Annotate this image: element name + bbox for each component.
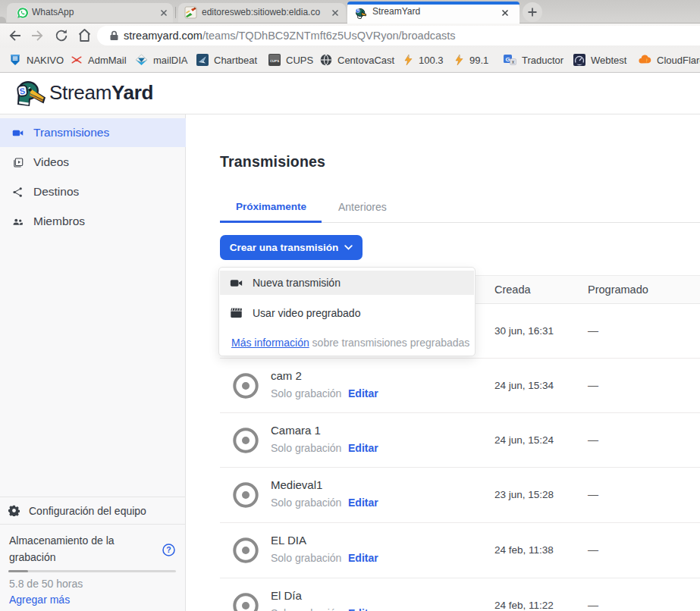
svg-text:?: ? — [166, 545, 171, 554]
svg-text:x: x — [512, 59, 515, 64]
svg-text:S: S — [19, 86, 26, 96]
svg-text:CUPS: CUPS — [270, 59, 279, 63]
svg-text:G: G — [505, 56, 510, 63]
